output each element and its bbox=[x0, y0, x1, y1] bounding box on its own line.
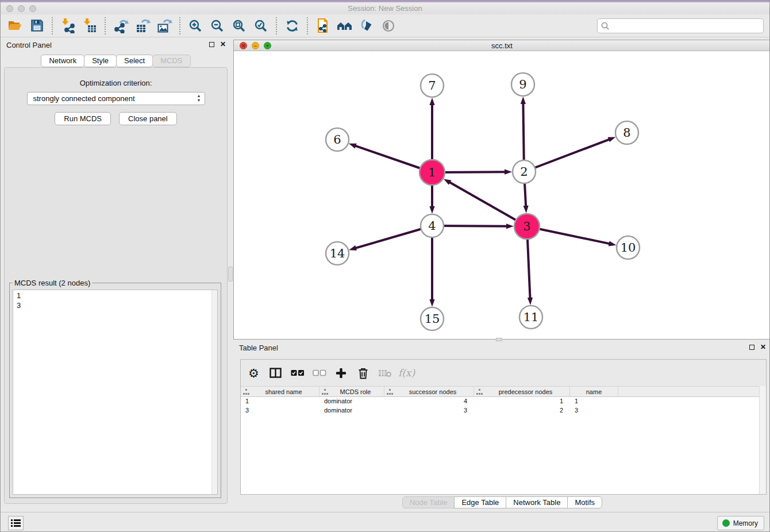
home-icon bbox=[337, 20, 353, 32]
table-cell: 3 bbox=[241, 406, 319, 415]
mcds-result-text[interactable]: 1 3 bbox=[13, 290, 218, 495]
clone-network-button[interactable] bbox=[312, 16, 334, 36]
export-table-button[interactable] bbox=[132, 16, 153, 36]
select-all-button[interactable] bbox=[289, 364, 306, 381]
column-type-icon bbox=[476, 389, 483, 395]
table-tab-node-table[interactable]: Node Table bbox=[402, 496, 455, 508]
table-settings-button[interactable]: ⚙ bbox=[245, 364, 262, 381]
table-tab-network-table[interactable]: Network Table bbox=[506, 496, 568, 508]
float-panel-icon[interactable] bbox=[209, 42, 214, 47]
run-mcds-button[interactable]: Run MCDS bbox=[55, 112, 111, 125]
export-network-button[interactable] bbox=[110, 16, 132, 36]
gesture-icon bbox=[360, 18, 374, 33]
graph-node-14[interactable]: 14 bbox=[326, 242, 349, 265]
zoom-fit-button[interactable] bbox=[228, 16, 250, 36]
delete-columns-button[interactable] bbox=[355, 364, 371, 381]
result-scrollbar[interactable] bbox=[211, 290, 217, 494]
svg-text:14: 14 bbox=[330, 246, 345, 260]
graph-node-10[interactable]: 10 bbox=[617, 236, 640, 259]
column-header-MCDS-role[interactable]: MCDS role bbox=[319, 387, 384, 396]
equation-builder-button[interactable]: f(x) bbox=[398, 364, 415, 381]
table-cell: 1 bbox=[474, 397, 570, 406]
graph-node-3[interactable]: 3 bbox=[514, 214, 540, 239]
zoom-selected-button[interactable] bbox=[250, 16, 272, 36]
home-button[interactable] bbox=[334, 16, 356, 36]
close-panel-icon[interactable]: ✕ bbox=[220, 41, 226, 47]
float-table-panel-icon[interactable] bbox=[749, 345, 754, 350]
table-cell: 1 bbox=[241, 397, 319, 406]
table-cell: dominator bbox=[319, 406, 384, 415]
graph-node-8[interactable]: 8 bbox=[615, 121, 638, 144]
panel-splitter-grip[interactable] bbox=[228, 267, 233, 282]
edge-arrowhead bbox=[349, 245, 357, 250]
criterion-select[interactable]: strongly connected component ▲▼ bbox=[27, 92, 205, 105]
graph-node-11[interactable]: 11 bbox=[519, 306, 542, 329]
edge-arrowhead bbox=[523, 206, 529, 213]
titlebar: Session: New Session bbox=[1, 2, 769, 14]
optimization-criterion-label: Optimization criterion: bbox=[5, 79, 227, 87]
task-history-button[interactable] bbox=[8, 516, 24, 530]
tab-network[interactable]: Network bbox=[41, 55, 84, 67]
tab-select[interactable]: Select bbox=[116, 55, 153, 67]
zoom-in-button[interactable] bbox=[184, 16, 206, 36]
graph-node-4[interactable]: 4 bbox=[421, 214, 444, 237]
table-tab-motifs[interactable]: Motifs bbox=[567, 496, 602, 508]
network-graph[interactable]: 7968124314101511 bbox=[234, 51, 770, 339]
graph-node-15[interactable]: 15 bbox=[421, 307, 444, 330]
edge-arrowhead bbox=[608, 137, 616, 142]
open-folder-icon bbox=[7, 19, 22, 33]
import-table-button[interactable] bbox=[79, 16, 101, 36]
table-scrollbar[interactable] bbox=[759, 386, 766, 494]
show-details-button[interactable] bbox=[378, 16, 399, 36]
export-image-button[interactable] bbox=[153, 16, 175, 36]
search-input[interactable] bbox=[597, 18, 764, 33]
table-row[interactable]: 3dominator323 bbox=[241, 406, 766, 415]
main-area: Control Panel ✕ NetworkStyleSelectMCDS O… bbox=[1, 37, 769, 512]
gestures-button[interactable] bbox=[356, 16, 378, 36]
control-panel-header: Control Panel ✕ bbox=[1, 40, 230, 52]
tab-style[interactable]: Style bbox=[84, 55, 117, 67]
import-network-button[interactable] bbox=[57, 16, 79, 36]
tab-mcds[interactable]: MCDS bbox=[152, 55, 190, 67]
column-header-name[interactable]: name bbox=[570, 387, 618, 396]
graph-node-2[interactable]: 2 bbox=[513, 160, 536, 183]
column-header-successor-nodes[interactable]: successor nodes bbox=[384, 387, 474, 396]
table-header-row: shared nameMCDS rolesuccessor nodesprede… bbox=[241, 386, 766, 397]
graph-edge-2-8[interactable] bbox=[524, 139, 610, 172]
control-panel-tabs: NetworkStyleSelectMCDS bbox=[1, 55, 230, 67]
trash-icon bbox=[357, 367, 369, 379]
export-image-icon bbox=[157, 18, 172, 33]
save-session-button[interactable] bbox=[26, 16, 48, 36]
mcds-result-group: MCDS result (2 nodes) 1 3 bbox=[9, 283, 221, 498]
show-column-panel-button[interactable] bbox=[267, 364, 284, 381]
table-cell: 3 bbox=[570, 406, 618, 415]
memory-button[interactable]: Memory bbox=[717, 516, 764, 530]
apply-layout-button[interactable] bbox=[281, 16, 303, 36]
graph-node-9[interactable]: 9 bbox=[511, 73, 534, 96]
zoom-out-button[interactable] bbox=[206, 16, 228, 36]
graph-node-1[interactable]: 1 bbox=[419, 160, 445, 185]
graph-edge-3-1[interactable] bbox=[449, 182, 527, 226]
open-session-button[interactable] bbox=[4, 16, 26, 36]
close-table-panel-icon[interactable]: ✕ bbox=[760, 344, 766, 350]
control-panel: Control Panel ✕ NetworkStyleSelectMCDS O… bbox=[1, 40, 230, 508]
table-tab-edge-table[interactable]: Edge Table bbox=[454, 496, 506, 508]
create-column-button[interactable] bbox=[333, 364, 349, 381]
table-cell: dominator bbox=[319, 397, 384, 406]
delete-table-icon bbox=[378, 369, 392, 377]
toolbar-separator bbox=[276, 17, 277, 34]
table-row[interactable]: 1dominator411 bbox=[241, 397, 766, 406]
graph-node-6[interactable]: 6 bbox=[326, 128, 349, 151]
svg-text:1: 1 bbox=[428, 165, 436, 179]
frame-splitter-grip[interactable] bbox=[496, 338, 502, 341]
close-panel-button[interactable]: Close panel bbox=[119, 112, 177, 125]
column-header-predecessor-nodes[interactable]: predecessor nodes bbox=[474, 387, 570, 396]
column-header-shared-name[interactable]: shared name bbox=[241, 387, 319, 396]
graph-node-7[interactable]: 7 bbox=[421, 74, 444, 97]
deselect-all-button[interactable] bbox=[311, 364, 328, 381]
svg-text:6: 6 bbox=[333, 133, 341, 147]
delete-table-button[interactable] bbox=[376, 364, 393, 381]
table-panel: Table Panel ✕ ⚙ bbox=[233, 342, 770, 508]
table-cell: 3 bbox=[384, 406, 474, 415]
criterion-value: strongly connected component bbox=[33, 94, 135, 103]
